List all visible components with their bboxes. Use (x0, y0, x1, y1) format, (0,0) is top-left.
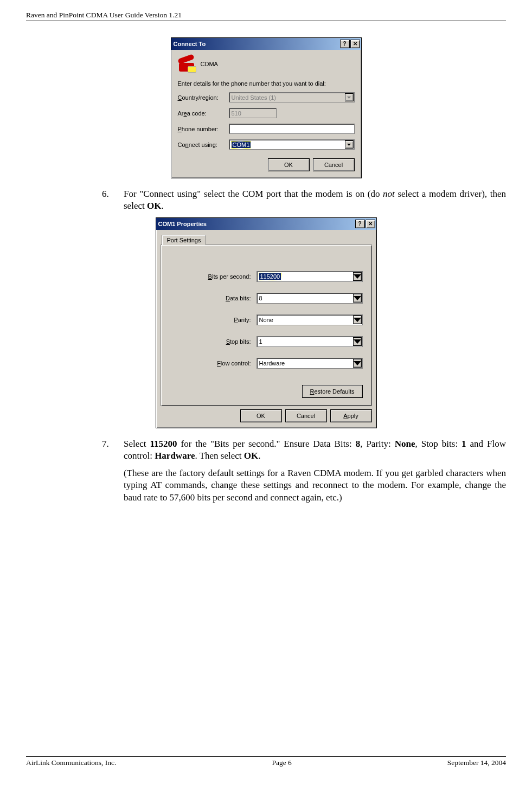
country-select[interactable]: United States (1) (229, 92, 355, 102)
help-button[interactable]: ? (355, 220, 365, 228)
stopbits-select[interactable]: 1 (257, 336, 363, 347)
com-properties-dialog: COM1 Properties ? ✕ Port Settings Bits p… (156, 217, 377, 428)
parity-select[interactable]: None (257, 314, 363, 325)
bits-label: Bits per second: (170, 273, 257, 280)
step-number: 6. (102, 188, 124, 212)
databits-select[interactable]: 8 (257, 293, 363, 304)
databits-label: Data bits: (170, 295, 257, 301)
close-button[interactable]: ✕ (366, 220, 375, 228)
chevron-down-icon (345, 93, 354, 101)
area-input[interactable]: 510 (229, 108, 277, 118)
page-header: Raven and PinPoint CDMA User Guide Versi… (26, 11, 506, 21)
apply-button[interactable]: Apply (330, 409, 372, 422)
chevron-down-icon (345, 140, 354, 149)
phone-icon (178, 55, 196, 73)
step-number: 7. (102, 438, 124, 503)
list-item: 7. Select 115200 for the "Bits per secon… (102, 438, 506, 503)
cancel-button[interactable]: Cancel (313, 158, 355, 171)
titlebar: Connect To ? ✕ (171, 38, 361, 50)
connect-using-select[interactable]: COM1 (229, 139, 355, 150)
country-label: Country/region: (178, 94, 226, 101)
chevron-down-icon (353, 337, 362, 346)
tab-port-settings[interactable]: Port Settings (162, 235, 207, 245)
instruction-text: Enter details for the phone number that … (178, 80, 355, 87)
ok-button[interactable]: OK (240, 409, 282, 422)
chevron-down-icon (353, 272, 362, 281)
parity-label: Parity: (170, 317, 257, 323)
page-footer: AirLink Communications, Inc. Page 6 Sept… (26, 756, 506, 767)
connect-label: Connect using: (178, 142, 226, 148)
area-label: Area code: (178, 110, 226, 117)
footer-right: September 14, 2004 (447, 759, 506, 767)
ok-button[interactable]: OK (268, 158, 310, 171)
title-text: Connect To (174, 41, 340, 47)
list-item: 6. For "Connect using" select the COM po… (102, 188, 506, 212)
close-button[interactable]: ✕ (350, 40, 360, 48)
phone-input[interactable] (229, 124, 355, 134)
footer-center: Page 6 (272, 759, 291, 767)
flow-select[interactable]: Hardware (257, 358, 363, 369)
flow-label: Flow control: (170, 360, 257, 367)
title-text: COM1 Properties (158, 221, 355, 227)
chevron-down-icon (353, 359, 362, 368)
chevron-down-icon (353, 294, 362, 303)
phone-label: Phone number: (178, 126, 226, 132)
help-button[interactable]: ? (340, 40, 350, 48)
restore-defaults-button[interactable]: Restore Defaults (302, 385, 363, 398)
connection-name: CDMA (201, 61, 218, 67)
titlebar: COM1 Properties ? ✕ (156, 218, 376, 230)
footer-left: AirLink Communications, Inc. (26, 759, 116, 767)
cancel-button[interactable]: Cancel (285, 409, 327, 422)
connect-to-dialog: Connect To ? ✕ CDMA Enter details for th… (171, 37, 362, 178)
stopbits-label: Stop bits: (170, 338, 257, 345)
bits-select[interactable]: 115200 (257, 271, 363, 282)
note-text: (These are the factory default settings … (124, 467, 506, 503)
chevron-down-icon (353, 316, 362, 324)
